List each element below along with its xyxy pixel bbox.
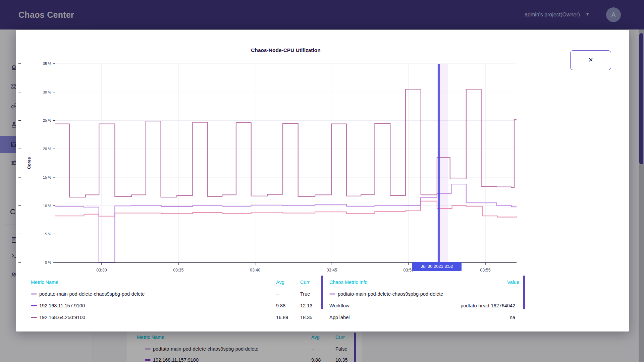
x-tick-label: 03:40 xyxy=(250,268,260,273)
x-tick-label: 03:30 xyxy=(96,268,107,273)
legend-curr-value: True xyxy=(300,291,310,297)
legend-color-dash xyxy=(31,317,37,318)
chart-tooltip: Jul 30,2021 3:52 xyxy=(412,262,462,271)
legend-curr-value: 18.35 xyxy=(300,314,312,321)
chaos-info-value-header: Value xyxy=(329,279,519,286)
legend-color-dash xyxy=(31,305,37,306)
y-tick-label: 0 % xyxy=(45,260,51,264)
legend-header-curr: Curr xyxy=(300,279,310,286)
legend-divider-bar-right xyxy=(523,276,525,309)
y-tick-label: 15 % xyxy=(43,175,51,179)
y-tick-label: 25 % xyxy=(43,118,51,122)
legend-color-dash xyxy=(31,293,37,295)
legend-header-avg: Avg xyxy=(276,279,284,286)
y-tick-label: 35 % xyxy=(43,62,51,66)
legend-divider-bar xyxy=(321,276,323,309)
y-tick-label: 5 % xyxy=(45,232,51,236)
screen: Chaos Center admin's project(Owner) ▾ A xyxy=(0,0,644,362)
chaos-event-dash xyxy=(329,293,335,295)
chaos-info-value: podtato-head-162764042 xyxy=(329,302,519,309)
cpu-utilization-line-chart[interactable]: 03:3003:3503:4003:4503:5003:550 %5 %10 %… xyxy=(16,30,629,278)
legend-curr-value: 12.13 xyxy=(300,302,312,309)
x-tick-label: 03:55 xyxy=(480,268,490,273)
legend-avg-value: -- xyxy=(276,291,279,297)
legend-header-metric-name: Metric Name xyxy=(31,279,58,286)
legend-metric-name: 192.168.11.157:9100 xyxy=(39,302,85,309)
y-axis-title: Cores xyxy=(27,157,32,169)
legend-metric-name: podtato-main-pod-delete-chaos9spbg-pod-d… xyxy=(39,291,145,297)
legend-metric-name: 192.168.64.250:9100 xyxy=(39,314,85,321)
y-tick-label: 10 % xyxy=(43,204,51,208)
chaos-event-name: podtato-main-pod-delete-chaos9spbg-pod-d… xyxy=(338,291,443,297)
chaos-info-value: na xyxy=(329,314,519,321)
y-tick-label: 20 % xyxy=(43,147,51,151)
x-tick-label: 03:45 xyxy=(327,268,337,273)
y-tick-label: 30 % xyxy=(43,90,51,94)
x-tick-label: 03:35 xyxy=(173,268,183,273)
legend-avg-value: 9.88 xyxy=(276,302,285,309)
legend-avg-value: 16.89 xyxy=(276,314,288,321)
chart-modal: Chaos-Node-CPU Utilization ✕ 03:3003:350… xyxy=(16,30,629,331)
